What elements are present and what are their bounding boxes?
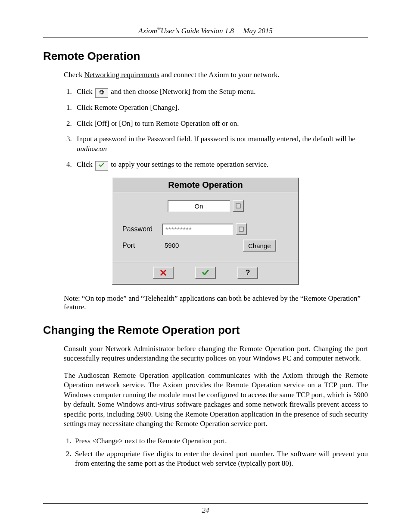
- dialog-title: Remote Operation: [113, 178, 298, 192]
- s2-p1: Consult your Network Administrator befor…: [64, 344, 368, 364]
- svg-rect-1: [239, 227, 243, 231]
- step-4: 4. Click to apply your settings to the r…: [64, 160, 368, 170]
- state-field[interactable]: On: [168, 200, 230, 212]
- registered-mark: ®: [157, 26, 161, 31]
- step-text: Input a password in the Password field. …: [77, 134, 368, 154]
- note-paragraph: Note: “On top mode” and “Telehealth” app…: [64, 294, 368, 311]
- header-product: Axiom: [138, 27, 157, 35]
- port-label: Port: [122, 242, 162, 249]
- svg-rect-0: [236, 204, 240, 208]
- password-label: Password: [122, 225, 162, 233]
- step-3: 3. Input a password in the Password fiel…: [64, 134, 368, 154]
- step-number: 1.: [66, 103, 77, 112]
- cancel-button[interactable]: [153, 267, 174, 279]
- header-date: May 2015: [243, 27, 272, 35]
- t: Click: [77, 160, 94, 168]
- step-number: 2.: [66, 119, 77, 128]
- help-button[interactable]: ?: [237, 267, 258, 279]
- dropdown-square-icon: [236, 203, 241, 208]
- heading-remote-operation: Remote Operation: [43, 50, 368, 63]
- s2-p2: The Audioscan Remote Operation applicati…: [64, 371, 368, 429]
- password-field[interactable]: *********: [162, 224, 233, 235]
- t: Input a password in the Password field. …: [77, 135, 355, 143]
- heading-change-port: Changing the Remote Operation port: [43, 324, 368, 337]
- check-icon: [201, 269, 210, 277]
- change-button[interactable]: Change: [243, 240, 276, 252]
- s2-step-1: Press <Change> next to the Remote Operat…: [73, 436, 368, 446]
- intro-paragraph: Check Networking requirements and connec…: [64, 70, 368, 80]
- step-number: 1.: [66, 87, 77, 96]
- step-text: Click and then choose [Network] from the…: [77, 87, 255, 97]
- remote-operation-dialog: Remote Operation On Password ********* P…: [112, 177, 299, 285]
- password-dropdown-button[interactable]: [236, 223, 247, 235]
- step-text: Click [Off] or [On] to turn Remote Opera…: [77, 119, 239, 128]
- t: Click: [77, 87, 94, 96]
- page-footer: 24: [43, 503, 368, 515]
- gear-icon[interactable]: [95, 88, 108, 98]
- step-number: 4.: [66, 160, 77, 169]
- s2-step-2: Select the appropriate five digits to en…: [73, 449, 368, 469]
- port-value: 5900: [162, 240, 232, 251]
- page-number: 24: [202, 506, 209, 514]
- default-password: audioscan: [77, 145, 107, 153]
- t: to apply your settings to the remote ope…: [111, 160, 268, 168]
- intro-pre: Check: [64, 71, 84, 79]
- state-dropdown-button[interactable]: [233, 200, 244, 212]
- networking-requirements-link[interactable]: Networking requirements: [84, 71, 159, 79]
- step-text: Click to apply your settings to the remo…: [77, 160, 268, 170]
- check-icon[interactable]: [95, 161, 108, 171]
- apply-button[interactable]: [195, 267, 216, 279]
- page-header: Axiom®User's Guide Version 1.8 May 2015: [43, 26, 368, 37]
- intro-post: and connect the Axiom to your network.: [159, 71, 280, 79]
- step-1a: 1. Click and then choose [Network] from …: [64, 87, 368, 97]
- step-number: 3.: [66, 134, 77, 144]
- s2-steps: Press <Change> next to the Remote Operat…: [64, 436, 368, 469]
- question-icon: ?: [246, 268, 250, 277]
- step-1b: 1. Click Remote Operation [Change].: [64, 103, 368, 112]
- header-guide: User's Guide Version 1.8: [161, 27, 234, 35]
- step-2: 2. Click [Off] or [On] to turn Remote Op…: [64, 119, 368, 128]
- x-icon: [159, 269, 167, 277]
- step-text: Click Remote Operation [Change].: [77, 103, 179, 112]
- dropdown-square-icon: [239, 227, 244, 232]
- t: and then choose [Network] from the Setup…: [111, 87, 255, 96]
